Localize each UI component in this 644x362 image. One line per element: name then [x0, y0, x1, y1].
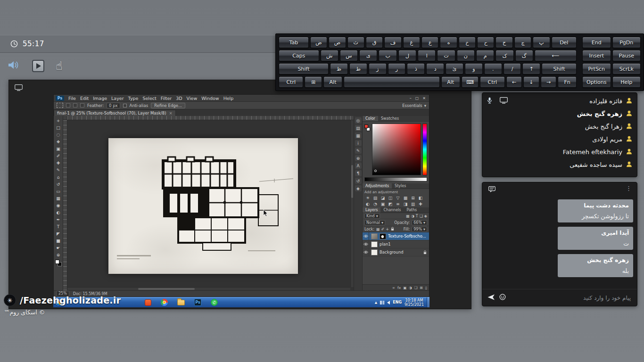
keyboard-key[interactable]: ز	[369, 63, 387, 74]
keyboard-key[interactable]: ص	[329, 37, 346, 48]
eraser-tool-icon[interactable]: ▭	[55, 188, 62, 195]
layer-row[interactable]: Background	[363, 248, 429, 256]
filter-adjustment-icon[interactable]: ◑	[411, 214, 414, 218]
blend-mode-dropdown[interactable]: Normal ▾	[364, 220, 385, 225]
horizontal-scrollbar[interactable]	[67, 287, 350, 290]
history-brush-tool-icon[interactable]: ↺	[55, 181, 62, 188]
canvas[interactable]	[67, 120, 354, 290]
pen-tool-icon[interactable]: ✒	[55, 216, 62, 223]
show-desktop-button[interactable]	[427, 297, 429, 307]
keyboard-key[interactable]: و	[465, 63, 483, 74]
lock-all-icon[interactable]	[391, 227, 394, 232]
keyboard-key[interactable]: Shift	[279, 63, 329, 74]
keyboard-key[interactable]: .	[484, 63, 502, 74]
folder-icon[interactable]	[177, 300, 185, 305]
keyboard-key[interactable]: ع	[421, 37, 438, 48]
menu-item[interactable]: Help	[223, 96, 234, 101]
fill-value[interactable]: 99%▾	[412, 227, 427, 232]
keyboard-key[interactable]: /	[504, 63, 521, 74]
color-picker-handle[interactable]	[374, 170, 377, 172]
menu-item[interactable]: Window	[201, 96, 219, 101]
keyboard-key[interactable]: چ	[514, 37, 531, 48]
hidden-icons-button[interactable]: ▲	[375, 301, 377, 304]
layer-visibility-toggle[interactable]	[363, 240, 369, 248]
menu-item[interactable]: 3D	[176, 96, 182, 101]
keyboard-key[interactable]: ث	[347, 37, 364, 48]
gradient-map-icon[interactable]: ▥	[409, 201, 417, 207]
keyboard-key[interactable]: PgDn	[612, 37, 641, 48]
hue-slider[interactable]	[422, 123, 427, 175]
keyboard-key[interactable]: ⌨	[462, 76, 479, 88]
keyboard-key[interactable]: ScrLk	[612, 63, 641, 74]
tab-swatches[interactable]: Swatches	[378, 116, 402, 121]
lock-transparency-icon[interactable]: ▦	[376, 227, 380, 231]
keyboard-key[interactable]: ←	[506, 76, 522, 88]
document-canvas[interactable]	[108, 138, 298, 274]
keyboard-key[interactable]: ط	[349, 63, 367, 74]
keyboard-key[interactable]: PrtScn	[582, 63, 611, 74]
selection-mode-icon[interactable]	[66, 103, 70, 107]
menu-item[interactable]: Type	[128, 96, 139, 101]
filter-pixel-icon[interactable]: ▦	[406, 214, 410, 218]
selection-add-icon[interactable]	[73, 103, 77, 107]
brightness-contrast-icon[interactable]: ☀	[364, 195, 372, 201]
restore-button[interactable]: ▢	[415, 96, 419, 100]
blur-tool-icon[interactable]: ◉	[55, 202, 62, 209]
photo-filter-icon[interactable]: ◐	[364, 201, 372, 207]
layer-visibility-toggle[interactable]	[363, 232, 369, 240]
chat-menu-icon[interactable]: ⋮	[626, 185, 632, 192]
menu-item[interactable]: View	[187, 96, 198, 101]
foreground-background-swatches[interactable]	[55, 259, 62, 267]
keyboard-key[interactable]: Alt	[323, 76, 342, 88]
lock-pixels-icon[interactable]: ✐	[381, 227, 385, 231]
keyboard-key[interactable]: Options	[582, 76, 611, 88]
levels-icon[interactable]: ▤	[372, 195, 379, 201]
browser-icon[interactable]	[161, 299, 168, 306]
keyboard-key[interactable]: م	[476, 50, 494, 61]
tab-adjustments[interactable]: Adjustments	[363, 183, 392, 189]
keyboard-key[interactable]: Insert	[582, 50, 611, 61]
hand-icon[interactable]: ☝	[56, 60, 63, 72]
play-button[interactable]	[32, 60, 44, 72]
marquee-tool-icon[interactable]: □	[55, 124, 62, 131]
histogram-panel-icon[interactable]: ▦	[355, 132, 362, 139]
keyboard-key[interactable]: Shift	[542, 63, 577, 74]
move-tool-icon[interactable]: +	[55, 117, 62, 124]
speaker-icon[interactable]	[8, 60, 21, 72]
keyboard-key[interactable]: خ	[459, 37, 476, 48]
keyboard-key[interactable]: Alt	[441, 76, 460, 88]
hue-saturation-icon[interactable]: ▦	[402, 195, 409, 201]
keyboard-key[interactable]: د	[426, 63, 444, 74]
keyboard-key[interactable]: ↓	[523, 76, 539, 88]
keyboard-key[interactable]: ض	[310, 37, 327, 48]
chat-message-input[interactable]	[510, 294, 632, 302]
shape-tool-icon[interactable]: ■	[55, 237, 62, 244]
keyboard-key[interactable]: ج	[495, 37, 512, 48]
keyboard-key[interactable]: Caps	[279, 50, 319, 61]
selection-subtract-icon[interactable]	[80, 103, 84, 107]
mic-icon[interactable]	[487, 97, 492, 106]
properties-panel-icon[interactable]: ▤	[355, 125, 362, 131]
clone-source-panel-icon[interactable]: ⊕	[355, 155, 362, 161]
keyboard-key[interactable]: س	[340, 50, 358, 61]
menu-item[interactable]: Select	[142, 96, 156, 101]
new-layer-icon[interactable]: ⊞	[420, 286, 423, 290]
emoji-icon[interactable]	[499, 293, 506, 302]
filter-smart-icon[interactable]: ◈	[424, 214, 427, 218]
keyboard-key[interactable]: ↑	[522, 63, 540, 74]
color-lookup-icon[interactable]: ▣	[379, 201, 387, 207]
layer-mask-icon[interactable]: ▣	[403, 286, 406, 290]
crop-tool-icon[interactable]: ▣	[55, 145, 62, 152]
anti-alias-checkbox[interactable]	[123, 104, 127, 107]
photoshop-taskbar-icon[interactable]: Ps	[194, 299, 201, 306]
keyboard-key[interactable]: Del	[552, 37, 577, 48]
tab-layers[interactable]: Layers	[363, 207, 380, 213]
keyboard-key[interactable]: گ	[515, 50, 533, 61]
layer-row[interactable]: plan1	[363, 240, 429, 248]
send-icon[interactable]	[487, 293, 495, 302]
paragraph-panel-icon[interactable]: ¶	[355, 170, 362, 176]
clone-stamp-tool-icon[interactable]: ⌂	[55, 173, 62, 181]
layer-group-icon[interactable]: ❏	[414, 286, 418, 290]
refine-edge-button[interactable]: Refine Edge...	[151, 103, 185, 108]
info-panel-icon[interactable]: i	[355, 140, 362, 146]
